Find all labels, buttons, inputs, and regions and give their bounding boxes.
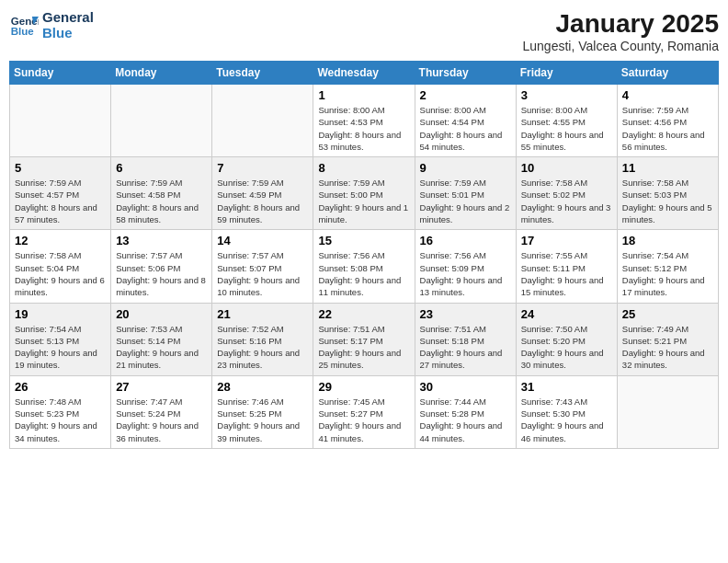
day-number: 1 xyxy=(318,88,409,102)
calendar-table: SundayMondayTuesdayWednesdayThursdayFrid… xyxy=(9,61,719,449)
day-detail: Sunrise: 7:48 AM Sunset: 5:23 PM Dayligh… xyxy=(15,396,106,444)
logo-text-general: General xyxy=(42,9,94,25)
day-detail: Sunrise: 7:49 AM Sunset: 5:21 PM Dayligh… xyxy=(622,323,713,372)
calendar-week-row: 1Sunrise: 8:00 AM Sunset: 4:53 PM Daylig… xyxy=(10,85,719,157)
day-number: 2 xyxy=(420,88,511,102)
calendar-day-cell: 16Sunrise: 7:56 AM Sunset: 5:09 PM Dayli… xyxy=(415,230,516,303)
day-number: 30 xyxy=(420,380,511,394)
day-detail: Sunrise: 7:53 AM Sunset: 5:14 PM Dayligh… xyxy=(116,323,207,372)
day-detail: Sunrise: 7:56 AM Sunset: 5:09 PM Dayligh… xyxy=(420,249,511,298)
day-detail: Sunrise: 8:00 AM Sunset: 4:55 PM Dayligh… xyxy=(521,104,612,153)
calendar-day-cell: 8Sunrise: 7:59 AM Sunset: 5:00 PM Daylig… xyxy=(313,157,415,230)
calendar-week-row: 26Sunrise: 7:48 AM Sunset: 5:23 PM Dayli… xyxy=(10,375,719,448)
calendar-day-cell: 25Sunrise: 7:49 AM Sunset: 5:21 PM Dayli… xyxy=(617,303,718,375)
day-number: 24 xyxy=(521,307,612,321)
calendar-day-cell: 15Sunrise: 7:56 AM Sunset: 5:08 PM Dayli… xyxy=(313,230,415,303)
calendar-day-cell: 5Sunrise: 7:59 AM Sunset: 4:57 PM Daylig… xyxy=(10,157,111,230)
day-number: 8 xyxy=(318,161,409,175)
calendar-day-cell: 19Sunrise: 7:54 AM Sunset: 5:13 PM Dayli… xyxy=(10,303,111,375)
calendar-day-cell xyxy=(617,375,718,448)
calendar-day-cell: 27Sunrise: 7:47 AM Sunset: 5:24 PM Dayli… xyxy=(111,375,212,448)
calendar-day-cell: 11Sunrise: 7:58 AM Sunset: 5:03 PM Dayli… xyxy=(617,157,718,230)
calendar-day-cell: 10Sunrise: 7:58 AM Sunset: 5:02 PM Dayli… xyxy=(516,157,617,230)
day-detail: Sunrise: 7:59 AM Sunset: 4:58 PM Dayligh… xyxy=(116,177,207,225)
day-detail: Sunrise: 8:00 AM Sunset: 4:53 PM Dayligh… xyxy=(318,104,409,153)
svg-text:Blue: Blue xyxy=(11,26,35,37)
calendar-day-cell: 2Sunrise: 8:00 AM Sunset: 4:54 PM Daylig… xyxy=(415,85,516,157)
day-detail: Sunrise: 7:57 AM Sunset: 5:07 PM Dayligh… xyxy=(217,249,308,298)
calendar-day-cell: 31Sunrise: 7:43 AM Sunset: 5:30 PM Dayli… xyxy=(516,375,617,448)
weekday-sunday: Sunday xyxy=(10,62,111,85)
day-number: 20 xyxy=(116,307,207,321)
logo: General Blue General Blue xyxy=(9,9,94,40)
calendar-day-cell: 9Sunrise: 7:59 AM Sunset: 5:01 PM Daylig… xyxy=(415,157,516,230)
day-number: 13 xyxy=(116,234,207,247)
day-detail: Sunrise: 8:00 AM Sunset: 4:54 PM Dayligh… xyxy=(420,104,511,153)
logo-icon: General Blue xyxy=(9,10,39,40)
header: General Blue General Blue January 2025 L… xyxy=(9,9,719,53)
calendar-day-cell: 18Sunrise: 7:54 AM Sunset: 5:12 PM Dayli… xyxy=(617,230,718,303)
day-detail: Sunrise: 7:51 AM Sunset: 5:18 PM Dayligh… xyxy=(420,323,511,372)
day-detail: Sunrise: 7:57 AM Sunset: 5:06 PM Dayligh… xyxy=(116,249,207,298)
day-detail: Sunrise: 7:58 AM Sunset: 5:03 PM Dayligh… xyxy=(622,177,713,225)
day-number: 12 xyxy=(15,234,106,247)
calendar-day-cell: 21Sunrise: 7:52 AM Sunset: 5:16 PM Dayli… xyxy=(212,303,313,375)
day-number: 3 xyxy=(521,88,612,102)
calendar-day-cell: 7Sunrise: 7:59 AM Sunset: 4:59 PM Daylig… xyxy=(212,157,313,230)
day-detail: Sunrise: 7:54 AM Sunset: 5:12 PM Dayligh… xyxy=(622,249,713,298)
day-number: 29 xyxy=(318,380,409,394)
day-detail: Sunrise: 7:47 AM Sunset: 5:24 PM Dayligh… xyxy=(116,396,207,444)
day-number: 23 xyxy=(420,307,511,321)
day-detail: Sunrise: 7:52 AM Sunset: 5:16 PM Dayligh… xyxy=(217,323,308,372)
weekday-friday: Friday xyxy=(516,62,617,85)
day-number: 14 xyxy=(217,234,308,247)
day-number: 15 xyxy=(318,234,409,247)
day-detail: Sunrise: 7:55 AM Sunset: 5:11 PM Dayligh… xyxy=(521,249,612,298)
day-detail: Sunrise: 7:59 AM Sunset: 5:01 PM Dayligh… xyxy=(420,177,511,225)
calendar-day-cell: 6Sunrise: 7:59 AM Sunset: 4:58 PM Daylig… xyxy=(111,157,212,230)
calendar-day-cell: 29Sunrise: 7:45 AM Sunset: 5:27 PM Dayli… xyxy=(313,375,415,448)
calendar-day-cell: 4Sunrise: 7:59 AM Sunset: 4:56 PM Daylig… xyxy=(617,85,718,157)
day-detail: Sunrise: 7:51 AM Sunset: 5:17 PM Dayligh… xyxy=(318,323,409,372)
day-number: 19 xyxy=(15,307,106,321)
day-number: 28 xyxy=(217,380,308,394)
calendar-day-cell: 20Sunrise: 7:53 AM Sunset: 5:14 PM Dayli… xyxy=(111,303,212,375)
day-number: 25 xyxy=(622,307,713,321)
weekday-monday: Monday xyxy=(111,62,212,85)
day-detail: Sunrise: 7:58 AM Sunset: 5:04 PM Dayligh… xyxy=(15,249,106,298)
calendar-day-cell: 1Sunrise: 8:00 AM Sunset: 4:53 PM Daylig… xyxy=(313,85,415,157)
calendar-day-cell: 14Sunrise: 7:57 AM Sunset: 5:07 PM Dayli… xyxy=(212,230,313,303)
day-detail: Sunrise: 7:59 AM Sunset: 5:00 PM Dayligh… xyxy=(318,177,409,225)
calendar-day-cell xyxy=(111,85,212,157)
weekday-header-row: SundayMondayTuesdayWednesdayThursdayFrid… xyxy=(10,62,719,85)
day-number: 18 xyxy=(622,234,713,247)
day-number: 10 xyxy=(521,161,612,175)
calendar-day-cell: 13Sunrise: 7:57 AM Sunset: 5:06 PM Dayli… xyxy=(111,230,212,303)
calendar-day-cell xyxy=(10,85,111,157)
day-number: 7 xyxy=(217,161,308,175)
day-detail: Sunrise: 7:56 AM Sunset: 5:08 PM Dayligh… xyxy=(318,249,409,298)
calendar-day-cell: 3Sunrise: 8:00 AM Sunset: 4:55 PM Daylig… xyxy=(516,85,617,157)
day-detail: Sunrise: 7:59 AM Sunset: 4:59 PM Dayligh… xyxy=(217,177,308,225)
day-number: 16 xyxy=(420,234,511,247)
day-number: 21 xyxy=(217,307,308,321)
day-detail: Sunrise: 7:46 AM Sunset: 5:25 PM Dayligh… xyxy=(217,396,308,444)
calendar-day-cell: 22Sunrise: 7:51 AM Sunset: 5:17 PM Dayli… xyxy=(313,303,415,375)
day-detail: Sunrise: 7:43 AM Sunset: 5:30 PM Dayligh… xyxy=(521,396,612,444)
day-detail: Sunrise: 7:58 AM Sunset: 5:02 PM Dayligh… xyxy=(521,177,612,225)
day-detail: Sunrise: 7:44 AM Sunset: 5:28 PM Dayligh… xyxy=(420,396,511,444)
day-number: 31 xyxy=(521,380,612,394)
day-number: 22 xyxy=(318,307,409,321)
calendar-week-row: 5Sunrise: 7:59 AM Sunset: 4:57 PM Daylig… xyxy=(10,157,719,230)
calendar-day-cell: 17Sunrise: 7:55 AM Sunset: 5:11 PM Dayli… xyxy=(516,230,617,303)
weekday-saturday: Saturday xyxy=(617,62,718,85)
day-detail: Sunrise: 7:59 AM Sunset: 4:56 PM Dayligh… xyxy=(622,104,713,153)
calendar-day-cell: 23Sunrise: 7:51 AM Sunset: 5:18 PM Dayli… xyxy=(415,303,516,375)
day-detail: Sunrise: 7:54 AM Sunset: 5:13 PM Dayligh… xyxy=(15,323,106,372)
day-detail: Sunrise: 7:50 AM Sunset: 5:20 PM Dayligh… xyxy=(521,323,612,372)
calendar-day-cell xyxy=(212,85,313,157)
calendar-week-row: 19Sunrise: 7:54 AM Sunset: 5:13 PM Dayli… xyxy=(10,303,719,375)
day-number: 5 xyxy=(15,161,106,175)
weekday-tuesday: Tuesday xyxy=(212,62,313,85)
day-number: 6 xyxy=(116,161,207,175)
